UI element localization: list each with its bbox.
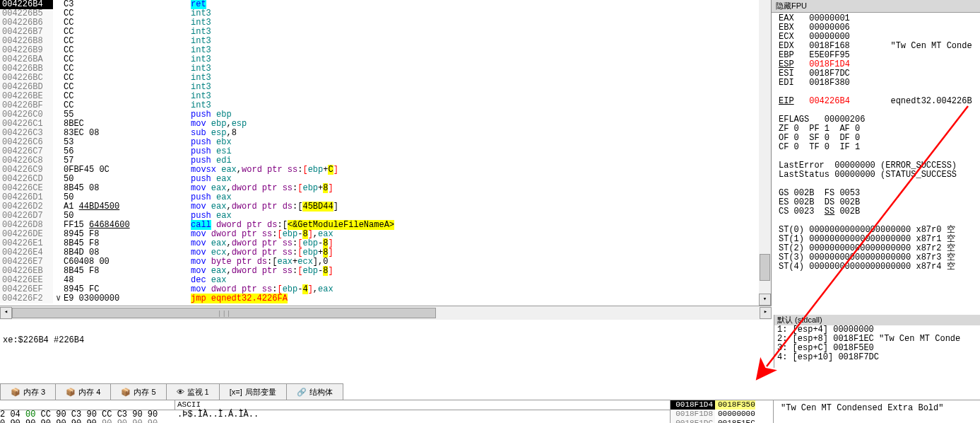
disasm-row[interactable]: 004226CE8B45 08mov eax,dword ptr ss:[ebp… xyxy=(0,184,771,193)
jump-arrow-icon xyxy=(53,202,64,212)
tab-label: 内存 3 xyxy=(23,387,45,398)
hex-ascii-header: ASCII xyxy=(175,400,670,410)
jump-arrow-icon xyxy=(53,64,64,74)
register-line[interactable]: EDI 0018F380 xyxy=(779,79,980,88)
scroll-right-button[interactable]: ▸ xyxy=(760,307,772,319)
jump-arrow-icon xyxy=(53,37,64,46)
disasm-row[interactable]: 004226BCCCint3 xyxy=(0,74,771,83)
disasm-row[interactable]: 004226B5CCint3 xyxy=(0,9,771,18)
disasm-row[interactable]: 004226BDCCint3 xyxy=(0,83,771,92)
bytes: CC xyxy=(64,101,191,110)
instruction: mov eax,dword ptr ss:[ebp+8] xyxy=(191,184,771,193)
hex-bytes-header xyxy=(0,400,175,410)
disasm-row[interactable]: 004226BFCCint3 xyxy=(0,101,771,110)
disasm-row[interactable]: 004226C857push edi xyxy=(0,156,771,166)
disasm-row[interactable]: 004226D2A1 44BD4500mov eax,dword ptr ds:… xyxy=(0,202,771,212)
disasm-row[interactable]: 004226C90FBF45 0Cmovsx eax,word ptr ss:[… xyxy=(0,166,771,175)
disasm-row[interactable]: 004226DE8945 F8mov dword ptr ss:[ebp-8],… xyxy=(0,230,771,239)
register-line[interactable]: CF 0 TF 0 IF 1 xyxy=(779,143,980,152)
disasm-scrollbar-h[interactable]: ◂ ||| ▸ xyxy=(0,306,772,320)
tab[interactable]: [x=]局部变量 xyxy=(219,383,287,400)
tab[interactable]: 📦内存 3 xyxy=(0,383,56,400)
bytes: CC xyxy=(64,46,191,55)
jump-arrow-icon xyxy=(53,28,64,37)
tab-icon: 📦 xyxy=(11,388,20,397)
stack-row[interactable]: 0018F1D40018F350 xyxy=(671,400,773,410)
bytes: 8B45 08 xyxy=(64,184,191,193)
disasm-row[interactable]: 004226C055push ebp xyxy=(0,110,771,120)
scroll-left-button[interactable]: ◂ xyxy=(0,307,12,319)
tab[interactable]: 📦内存 5 xyxy=(110,383,166,400)
instruction: int3 xyxy=(191,55,771,64)
disasm-row[interactable]: 004226E48B4D 08mov ecx,dword ptr ss:[ebp… xyxy=(0,248,771,257)
jump-arrow-icon xyxy=(53,74,64,83)
instruction: int3 xyxy=(191,18,771,28)
scrollbar-h-thumb[interactable]: ||| xyxy=(12,308,436,318)
instruction: push ebp xyxy=(191,110,771,120)
disasm-row[interactable]: 004226B4C3ret xyxy=(0,0,771,9)
bytes: CC xyxy=(64,83,191,92)
disasm-scrollbar-v[interactable]: ▾ xyxy=(759,0,771,306)
hex-dump-panel[interactable]: ASCII 2 04 00 CC 90 C3 90 CC C3 90 90.Þ$… xyxy=(0,400,671,423)
disasm-row[interactable]: 004226B7CCint3 xyxy=(0,28,771,37)
stack-panel[interactable]: 0018F1D40018F3500018F1D8000000000018F1DC… xyxy=(671,400,774,423)
register-line[interactable]: ST(4) 00000000000000000000 x87r4 空 xyxy=(779,262,980,272)
jump-arrow-icon xyxy=(53,239,64,248)
scrollbar-thumb[interactable] xyxy=(760,254,770,281)
bytes: 53 xyxy=(64,138,191,147)
disasm-row[interactable]: 004226C18BECmov ebp,esp xyxy=(0,120,771,129)
tab[interactable]: 👁监视 1 xyxy=(166,383,220,400)
disasm-row[interactable]: 004226BECCint3 xyxy=(0,92,771,101)
callstack-panel[interactable]: 默认 (stdcall) 1: [esp+4] 000000002: [esp+… xyxy=(774,315,980,368)
string-preview: "Tw Cen MT Condensed Extra Bold" xyxy=(774,400,980,423)
instruction: int3 xyxy=(191,46,771,55)
jump-arrow-icon xyxy=(53,101,64,110)
disasm-row[interactable]: 004226C653push ebx xyxy=(0,138,771,147)
jump-arrow-icon xyxy=(53,156,64,166)
disasm-row[interactable]: 004226E18B45 F8mov eax,dword ptr ss:[ebp… xyxy=(0,239,771,248)
callstack-row[interactable]: 4: [esp+10] 0018F7DC xyxy=(777,353,977,362)
instruction: mov ebp,esp xyxy=(191,120,771,129)
jump-arrow-icon xyxy=(53,184,64,193)
disasm-row[interactable]: 004226EB8B45 F8mov eax,dword ptr ss:[ebp… xyxy=(0,267,771,276)
jump-arrow-icon xyxy=(53,276,64,285)
instruction: sub esp,8 xyxy=(191,129,771,138)
registers-panel[interactable]: 隐藏FPU EAX 00000001EBX 00000006ECX 000000… xyxy=(772,0,980,306)
disassembly-panel[interactable]: 004226B4C3ret004226B5CCint3004226B6CCint… xyxy=(0,0,772,306)
tab-icon: 📦 xyxy=(66,388,76,397)
disasm-row[interactable]: 004226C756push esi xyxy=(0,147,771,156)
jump-arrow-icon xyxy=(53,193,64,202)
disasm-row[interactable]: 004226E7C60408 00mov byte ptr ds:[eax+ec… xyxy=(0,257,771,267)
tab-label: 结构体 xyxy=(309,387,333,398)
tab-label: 监视 1 xyxy=(187,387,209,398)
disasm-row[interactable]: 004226D8FF15 64684600call dword ptr ds:[… xyxy=(0,221,771,230)
register-line[interactable]: LastStatus 00000000 (STATUS_SUCCESS xyxy=(779,170,980,180)
tab-label: 内存 5 xyxy=(134,387,155,398)
instruction: int3 xyxy=(191,83,771,92)
tab[interactable]: 📦内存 4 xyxy=(55,383,111,400)
disasm-row[interactable]: 004226B8CCint3 xyxy=(0,37,771,46)
instruction: int3 xyxy=(191,92,771,101)
scroll-down-button[interactable]: ▾ xyxy=(759,294,771,306)
hex-row[interactable]: 0 90 90 90 90 90 90 90 90 90 90.........… xyxy=(0,419,670,423)
disasm-row[interactable]: 004226EE48dec eax xyxy=(0,276,771,285)
disasm-row[interactable]: 004226BACCint3 xyxy=(0,55,771,64)
instruction: push esi xyxy=(191,147,771,156)
disasm-row[interactable]: 004226B9CCint3 xyxy=(0,46,771,55)
disasm-row[interactable]: 004226C383EC 08sub esp,8 xyxy=(0,129,771,138)
stack-row[interactable]: 0018F1D800000000 xyxy=(671,410,773,419)
register-line[interactable]: CS 0023 SS 002B xyxy=(779,207,980,216)
tab[interactable]: 🔗结构体 xyxy=(286,383,343,400)
bytes: CC xyxy=(64,9,191,18)
jump-arrow-icon xyxy=(53,230,64,239)
stack-row[interactable]: 0018F1DC0018F1EC xyxy=(671,419,773,423)
instruction: push ebx xyxy=(191,138,771,147)
disasm-row[interactable]: 004226CD50push eax xyxy=(0,175,771,184)
bytes: CC xyxy=(64,74,191,83)
disasm-row[interactable]: 004226F2∨E9 03000000jmp eqnedt32.4226FA xyxy=(0,294,771,303)
hide-fpu-link[interactable]: 隐藏FPU xyxy=(772,0,980,13)
register-line[interactable]: EIP 004226B4 eqnedt32.004226B xyxy=(779,97,980,106)
disasm-row[interactable]: 004226BBCCint3 xyxy=(0,64,771,74)
disasm-row[interactable]: 004226B6CCint3 xyxy=(0,18,771,28)
instruction: int3 xyxy=(191,9,771,18)
